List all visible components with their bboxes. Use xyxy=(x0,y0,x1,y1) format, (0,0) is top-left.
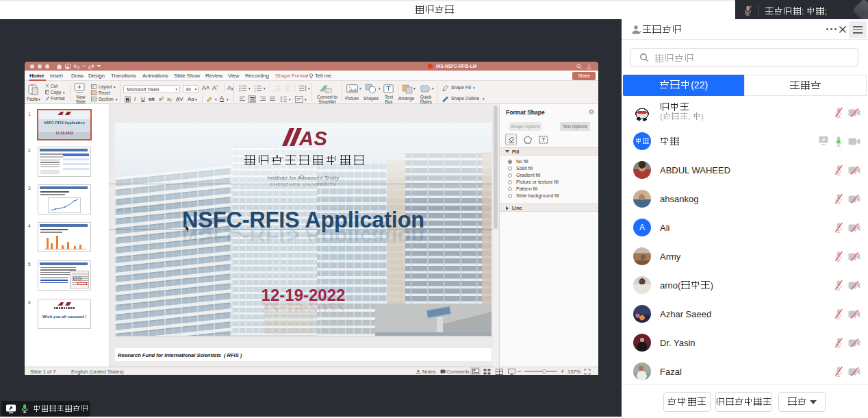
svg-text:AS: AS xyxy=(298,127,327,147)
